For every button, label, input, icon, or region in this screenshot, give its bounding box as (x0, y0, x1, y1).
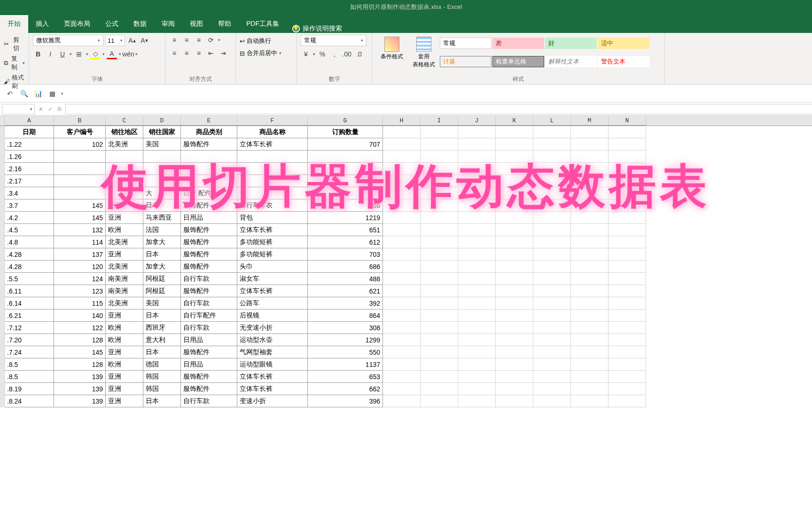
cell[interactable] (383, 199, 421, 212)
cell[interactable] (383, 138, 421, 151)
tab-开始[interactable]: 开始 (0, 15, 28, 33)
cell[interactable]: 大 (143, 187, 181, 199)
cell[interactable]: 意大利 (143, 334, 181, 346)
cell[interactable]: 服饰配件 (181, 199, 237, 212)
cell[interactable] (458, 297, 496, 310)
cell[interactable] (458, 346, 496, 358)
decrease-decimal-button[interactable]: .0 (354, 49, 364, 59)
cell[interactable] (308, 175, 383, 187)
col-header-B[interactable]: B (54, 116, 106, 126)
cell[interactable] (533, 346, 571, 358)
cell[interactable]: 北美洲 (106, 297, 143, 310)
style-检查单元格[interactable]: 检查单元格 (492, 56, 544, 67)
cell[interactable] (571, 310, 609, 322)
cell[interactable]: 服饰配件 (181, 346, 237, 358)
cell[interactable]: .3.4 (5, 187, 54, 199)
table-format-button[interactable]: 套用 表格格式 (408, 35, 440, 76)
cell[interactable]: 日用品 (181, 334, 237, 346)
cell[interactable] (308, 151, 383, 163)
cell[interactable]: 欧洲 (106, 224, 143, 236)
cell[interactable]: 服饰配件 (181, 138, 237, 151)
cell[interactable] (458, 285, 496, 297)
cell[interactable] (533, 175, 571, 187)
cell[interactable]: 美国 (143, 297, 181, 310)
cell[interactable] (571, 358, 609, 371)
cell[interactable]: 马来西亚 (143, 212, 181, 224)
cell[interactable]: 124 (54, 273, 106, 285)
cell[interactable]: .8.5 (5, 358, 54, 371)
tab-视图[interactable]: 视图 (182, 15, 211, 33)
cell[interactable] (609, 273, 646, 285)
cell[interactable]: 欧洲 (106, 358, 143, 371)
phonetic-button[interactable]: wén (123, 49, 133, 59)
cell[interactable] (496, 395, 533, 407)
cell[interactable]: 阿根廷 (143, 273, 181, 285)
cell[interactable]: 亚洲 (106, 395, 143, 407)
cell[interactable] (383, 322, 421, 334)
cell[interactable] (496, 371, 533, 383)
cell[interactable]: .4.5 (5, 224, 54, 236)
cell[interactable]: 550 (308, 346, 383, 358)
header-cell[interactable]: 销往地区 (106, 126, 143, 138)
conditional-format-button[interactable]: 条件格式 (376, 35, 408, 76)
cell[interactable] (533, 236, 571, 248)
increase-indent-button[interactable]: ⇥ (218, 48, 228, 58)
cell[interactable]: 南美洲 (106, 285, 143, 297)
cell[interactable]: 美国 (143, 138, 181, 151)
cell[interactable] (533, 261, 571, 273)
cell[interactable]: .4.2 (5, 212, 54, 224)
cell[interactable]: 立体车长裤 (237, 285, 308, 297)
cell[interactable]: 服饰配件 (181, 383, 237, 395)
cell[interactable] (421, 187, 458, 199)
cell[interactable] (533, 371, 571, 383)
comma-button[interactable]: , (329, 49, 340, 59)
cell[interactable]: 服饰配件 (181, 371, 237, 383)
cell[interactable] (458, 261, 496, 273)
cell[interactable] (571, 322, 609, 334)
align-bottom-button[interactable]: ≡ (194, 35, 204, 45)
cell[interactable] (383, 163, 421, 175)
cell[interactable]: 自行车款 (181, 297, 237, 310)
cell[interactable] (533, 310, 571, 322)
cell[interactable]: .6.11 (5, 285, 54, 297)
cell[interactable]: .2.16 (5, 163, 54, 175)
align-middle-button[interactable]: ≡ (181, 35, 192, 45)
cell[interactable]: 运动型眼镜 (237, 358, 308, 371)
cancel-icon[interactable]: ✕ (39, 106, 43, 112)
format-painter-button[interactable]: 🖌格式刷 (4, 72, 25, 91)
cell[interactable] (533, 163, 571, 175)
cell[interactable]: 服饰配件 (181, 248, 237, 261)
tab-插入[interactable]: 插入 (28, 15, 56, 33)
cell[interactable] (571, 346, 609, 358)
tab-帮助[interactable]: 帮助 (211, 15, 239, 33)
cell[interactable] (421, 175, 458, 187)
cell[interactable] (533, 358, 571, 371)
cell[interactable] (421, 334, 458, 346)
cell[interactable] (458, 138, 496, 151)
cell[interactable] (571, 383, 609, 395)
cell[interactable] (54, 151, 106, 163)
cell[interactable]: 后视镜 (237, 310, 308, 322)
cell[interactable] (496, 175, 533, 187)
cell[interactable]: 651 (308, 224, 383, 236)
cell[interactable] (458, 163, 496, 175)
cell[interactable] (571, 297, 609, 310)
merge-cells-button[interactable]: ⊟合并后居中▾ (240, 47, 293, 59)
cell[interactable] (609, 236, 646, 248)
cell[interactable] (421, 236, 458, 248)
cell[interactable] (237, 187, 308, 199)
cell[interactable]: 亚洲 (106, 199, 143, 212)
cell[interactable] (496, 248, 533, 261)
cell[interactable] (383, 261, 421, 273)
cell[interactable] (571, 199, 609, 212)
cell[interactable]: 立体车长裤 (237, 224, 308, 236)
cell[interactable]: 662 (308, 383, 383, 395)
cell[interactable] (106, 175, 143, 187)
cell[interactable]: 132 (54, 224, 106, 236)
cell[interactable] (533, 151, 571, 163)
font-color-button[interactable]: A (107, 49, 117, 59)
cell[interactable]: 日本 (143, 199, 181, 212)
cell[interactable]: .8.5 (5, 371, 54, 383)
cell[interactable]: .3.7 (5, 199, 54, 212)
cell[interactable] (383, 395, 421, 407)
